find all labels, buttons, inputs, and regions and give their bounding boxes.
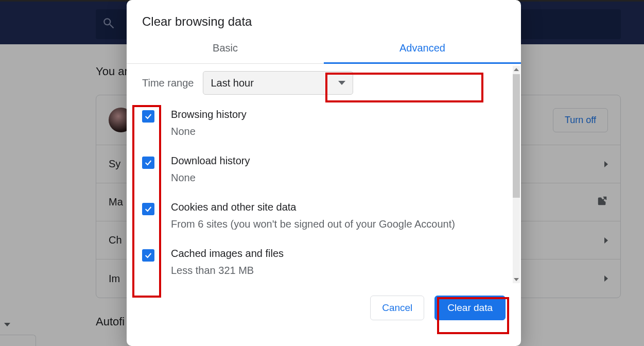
checkbox-cookies[interactable] [142,203,154,215]
option-subtitle: None [171,124,247,139]
dialog-body: Time range Last hour Browsing history No… [127,64,521,285]
checkbox-download-history[interactable] [142,157,154,169]
clear-browsing-data-dialog: Clear browsing data Basic Advanced Time … [127,0,521,346]
option-subtitle: From 6 sites (you won't be signed out of… [171,217,455,232]
option-cached[interactable]: Cached images and files Less than 321 MB [142,246,506,278]
option-cookies[interactable]: Cookies and other site data From 6 sites… [142,200,506,232]
clear-data-button[interactable]: Clear data [434,296,506,320]
time-range-value: Last hour [211,77,253,89]
scroll-up-icon[interactable] [513,66,520,73]
option-subtitle: Less than 321 MB [171,263,284,278]
option-title: Cached images and files [171,246,284,261]
scroll-down-icon[interactable] [513,276,520,283]
tab-basic[interactable]: Basic [127,34,324,63]
dialog-tabs: Basic Advanced [127,34,521,64]
option-title: Browsing history [171,107,247,122]
chevron-down-icon [338,81,345,85]
option-title: Download history [171,153,250,168]
option-title: Cookies and other site data [171,200,455,215]
checkbox-cached[interactable] [142,249,154,262]
time-range-row: Time range Last hour [142,71,506,95]
dialog-title: Clear browsing data [127,0,521,34]
scrollbar-thumb[interactable] [513,74,520,198]
time-range-label: Time range [142,77,194,89]
clear-options-list: Browsing history None Download history N… [142,107,506,285]
tab-advanced[interactable]: Advanced [324,34,521,63]
time-range-select[interactable]: Last hour [203,71,353,95]
cancel-button[interactable]: Cancel [370,296,424,320]
option-browsing-history[interactable]: Browsing history None [142,107,506,139]
option-download-history[interactable]: Download history None [142,153,506,185]
dialog-footer: Cancel Clear data [127,285,521,334]
option-subtitle: None [171,170,250,185]
checkbox-browsing-history[interactable] [142,110,154,123]
